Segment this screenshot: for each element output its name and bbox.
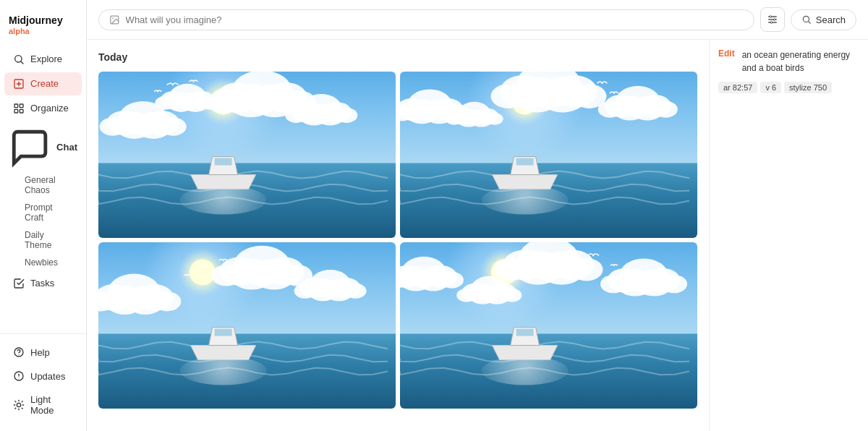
tag-ar: ar 82:57: [718, 82, 757, 93]
sidebar-item-updates[interactable]: Updates: [4, 364, 82, 388]
sidebar-item-daily-theme[interactable]: Daily Theme: [4, 227, 82, 253]
sidebar-item-tasks[interactable]: Tasks: [4, 272, 82, 295]
updates-icon: [13, 370, 25, 382]
canvas-3: [98, 242, 396, 409]
tag-version: v 6: [760, 82, 781, 93]
create-label: Create: [30, 78, 59, 89]
explore-icon: [13, 54, 25, 65]
svg-point-13: [18, 377, 19, 378]
logo-name: Midjourney: [9, 14, 77, 27]
sidebar: Midjourney alpha Explore Create Organize…: [0, 0, 87, 431]
svg-point-10: [18, 354, 19, 355]
gallery-image-2[interactable]: [400, 72, 697, 238]
svg-line-21: [15, 408, 16, 409]
updates-label: Updates: [30, 371, 65, 382]
sidebar-item-general-chaos[interactable]: General Chaos: [4, 172, 82, 198]
side-panel: Edit an ocean generating energy and a bo…: [709, 40, 868, 431]
chat-label: Chat: [56, 142, 77, 153]
gallery-image-1[interactable]: [98, 72, 396, 238]
sidebar-item-prompt-craft[interactable]: Prompt Craft: [4, 200, 82, 226]
search-input[interactable]: [126, 14, 744, 25]
sidebar-item-light-mode[interactable]: Light Mode: [4, 388, 82, 422]
content-area: Today: [87, 40, 868, 431]
topbar: Search: [87, 0, 868, 40]
gallery-image-3[interactable]: [98, 242, 396, 409]
svg-line-22: [22, 401, 22, 402]
svg-rect-8: [20, 109, 23, 113]
svg-line-17: [15, 401, 16, 402]
canvas-4: [400, 242, 697, 409]
edit-link[interactable]: Edit: [718, 48, 735, 59]
logo-alpha: alpha: [9, 27, 77, 35]
help-icon: [13, 346, 25, 358]
tags-row: ar 82:57 v 6 stylize 750: [718, 82, 859, 93]
svg-rect-6: [20, 104, 23, 108]
light-mode-label: Light Mode: [30, 394, 73, 416]
gallery-area: Today: [87, 40, 709, 431]
sidebar-item-explore[interactable]: Explore: [4, 48, 82, 71]
filter-button[interactable]: [760, 7, 785, 32]
search-bar[interactable]: [98, 9, 754, 30]
organize-icon: [13, 103, 25, 114]
sidebar-item-help[interactable]: Help: [4, 341, 82, 364]
filter-icon: [767, 14, 778, 25]
create-icon: [13, 78, 25, 90]
image-icon: [109, 14, 120, 25]
search-btn-label: Search: [816, 14, 846, 25]
search-button[interactable]: Search: [791, 9, 856, 30]
svg-point-30: [770, 22, 773, 24]
svg-line-1: [21, 61, 23, 63]
svg-point-24: [112, 17, 114, 19]
canvas-1: [98, 72, 396, 238]
gallery-image-4[interactable]: [400, 242, 697, 409]
image-grid: [98, 72, 697, 409]
section-today: Today: [98, 51, 697, 63]
svg-line-32: [808, 22, 810, 24]
svg-point-29: [773, 19, 775, 21]
sidebar-bottom: Help Updates Light Mode: [0, 333, 86, 422]
sidebar-item-create[interactable]: Create: [4, 72, 82, 95]
explore-label: Explore: [30, 54, 62, 64]
svg-line-18: [22, 408, 22, 409]
svg-point-28: [770, 16, 772, 18]
tag-stylize: stylize 750: [784, 82, 832, 93]
chat-icon: [9, 127, 51, 168]
tasks-label: Tasks: [30, 278, 54, 289]
main-area: Search Today: [87, 0, 868, 431]
sidebar-item-newbies[interactable]: Newbies: [4, 255, 82, 270]
canvas-2: [400, 72, 697, 238]
svg-rect-5: [14, 104, 18, 108]
organize-label: Organize: [30, 103, 69, 114]
logo-area: Midjourney alpha: [0, 9, 86, 47]
light-mode-icon: [13, 399, 25, 411]
tasks-icon: [13, 278, 25, 289]
sidebar-item-organize[interactable]: Organize: [4, 97, 82, 120]
prompt-text: an ocean generating energy and a boat bi…: [742, 48, 859, 74]
search-icon: [801, 14, 812, 25]
svg-point-14: [17, 403, 20, 406]
help-label: Help: [30, 347, 50, 358]
sidebar-chat-section[interactable]: Chat: [0, 121, 86, 171]
svg-rect-7: [14, 109, 18, 113]
